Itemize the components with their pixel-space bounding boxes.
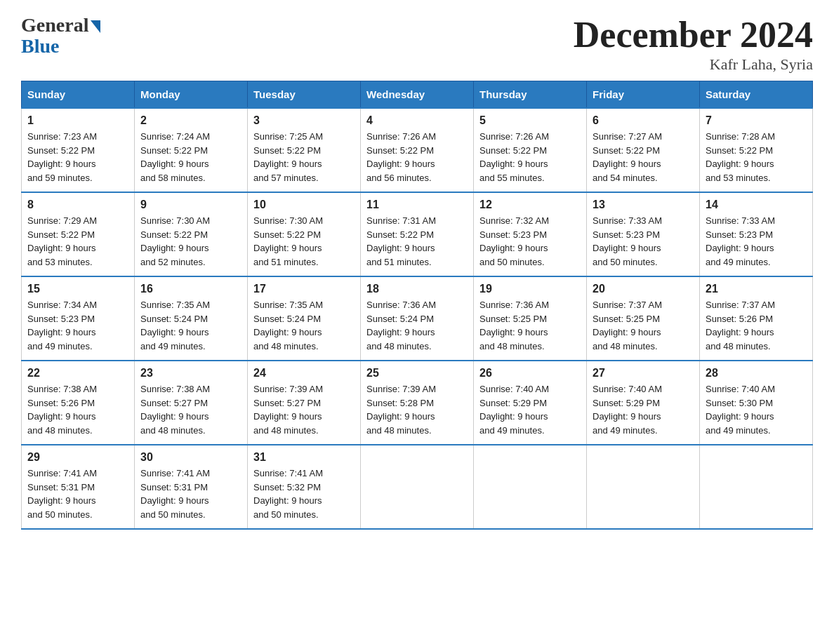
day-number: 30 xyxy=(140,451,241,464)
day-info: Sunrise: 7:41 AMSunset: 5:31 PMDaylight:… xyxy=(27,468,97,520)
day-info: Sunrise: 7:37 AMSunset: 5:26 PMDaylight:… xyxy=(706,300,775,351)
day-of-week-header: Sunday xyxy=(22,81,135,109)
day-info: Sunrise: 7:36 AMSunset: 5:25 PMDaylight:… xyxy=(479,300,549,351)
calendar-day-cell: 16Sunrise: 7:35 AMSunset: 5:24 PMDayligh… xyxy=(135,276,248,361)
day-info: Sunrise: 7:32 AMSunset: 5:23 PMDaylight:… xyxy=(479,215,549,267)
calendar-day-cell: 12Sunrise: 7:32 AMSunset: 5:23 PMDayligh… xyxy=(474,192,587,276)
calendar-day-cell: 8Sunrise: 7:29 AMSunset: 5:22 PMDaylight… xyxy=(22,192,135,276)
calendar-day-cell xyxy=(587,445,700,529)
day-number: 4 xyxy=(366,114,468,127)
day-info: Sunrise: 7:35 AMSunset: 5:24 PMDaylight:… xyxy=(253,300,323,351)
calendar-day-cell: 1Sunrise: 7:23 AMSunset: 5:22 PMDaylight… xyxy=(22,108,135,192)
month-title: December 2024 xyxy=(574,14,813,55)
day-info: Sunrise: 7:30 AMSunset: 5:22 PMDaylight:… xyxy=(140,215,210,267)
calendar-week-row: 15Sunrise: 7:34 AMSunset: 5:23 PMDayligh… xyxy=(22,276,813,361)
calendar-day-cell: 18Sunrise: 7:36 AMSunset: 5:24 PMDayligh… xyxy=(361,276,474,361)
calendar-day-cell: 24Sunrise: 7:39 AMSunset: 5:27 PMDayligh… xyxy=(248,361,361,445)
day-number: 3 xyxy=(253,114,355,127)
day-info: Sunrise: 7:38 AMSunset: 5:27 PMDaylight:… xyxy=(140,384,210,436)
calendar-day-cell: 27Sunrise: 7:40 AMSunset: 5:29 PMDayligh… xyxy=(587,361,700,445)
calendar-day-cell: 22Sunrise: 7:38 AMSunset: 5:26 PMDayligh… xyxy=(22,361,135,445)
day-info: Sunrise: 7:33 AMSunset: 5:23 PMDaylight:… xyxy=(706,215,775,267)
day-number: 13 xyxy=(593,199,694,211)
calendar-week-row: 22Sunrise: 7:38 AMSunset: 5:26 PMDayligh… xyxy=(22,361,813,445)
day-number: 2 xyxy=(140,114,241,127)
day-info: Sunrise: 7:34 AMSunset: 5:23 PMDaylight:… xyxy=(27,300,97,351)
day-number: 31 xyxy=(253,451,355,464)
calendar-day-cell: 9Sunrise: 7:30 AMSunset: 5:22 PMDaylight… xyxy=(135,192,248,276)
calendar-day-cell: 19Sunrise: 7:36 AMSunset: 5:25 PMDayligh… xyxy=(474,276,587,361)
calendar-header-row: SundayMondayTuesdayWednesdayThursdayFrid… xyxy=(22,81,813,109)
day-number: 17 xyxy=(253,283,355,295)
calendar-day-cell: 17Sunrise: 7:35 AMSunset: 5:24 PMDayligh… xyxy=(248,276,361,361)
day-number: 19 xyxy=(479,283,581,295)
day-number: 22 xyxy=(27,367,128,380)
page-header: General Blue December 2024 Kafr Laha, Sy… xyxy=(21,14,813,74)
day-info: Sunrise: 7:27 AMSunset: 5:22 PMDaylight:… xyxy=(593,131,662,183)
day-number: 12 xyxy=(479,199,581,211)
calendar-day-cell: 30Sunrise: 7:41 AMSunset: 5:31 PMDayligh… xyxy=(135,445,248,529)
calendar-day-cell xyxy=(700,445,813,529)
day-number: 29 xyxy=(27,451,128,464)
calendar-day-cell: 11Sunrise: 7:31 AMSunset: 5:22 PMDayligh… xyxy=(361,192,474,276)
title-area: December 2024 Kafr Laha, Syria xyxy=(574,14,813,74)
day-number: 1 xyxy=(27,114,128,127)
calendar-table: SundayMondayTuesdayWednesdayThursdayFrid… xyxy=(21,81,813,530)
day-number: 11 xyxy=(366,199,468,211)
day-info: Sunrise: 7:41 AMSunset: 5:31 PMDaylight:… xyxy=(140,468,210,520)
day-number: 23 xyxy=(140,367,241,380)
calendar-week-row: 1Sunrise: 7:23 AMSunset: 5:22 PMDaylight… xyxy=(22,108,813,192)
day-of-week-header: Friday xyxy=(587,81,700,109)
day-number: 7 xyxy=(706,114,807,127)
calendar-day-cell: 21Sunrise: 7:37 AMSunset: 5:26 PMDayligh… xyxy=(700,276,813,361)
day-number: 8 xyxy=(27,199,128,211)
day-number: 28 xyxy=(706,367,807,380)
calendar-day-cell: 5Sunrise: 7:26 AMSunset: 5:22 PMDaylight… xyxy=(474,108,587,192)
day-of-week-header: Wednesday xyxy=(361,81,474,109)
day-info: Sunrise: 7:40 AMSunset: 5:29 PMDaylight:… xyxy=(479,384,549,436)
calendar-week-row: 8Sunrise: 7:29 AMSunset: 5:22 PMDaylight… xyxy=(22,192,813,276)
day-info: Sunrise: 7:23 AMSunset: 5:22 PMDaylight:… xyxy=(27,131,97,183)
calendar-day-cell: 26Sunrise: 7:40 AMSunset: 5:29 PMDayligh… xyxy=(474,361,587,445)
logo-general-text: General xyxy=(21,14,88,36)
logo: General Blue xyxy=(21,14,100,58)
logo-blue-text: Blue xyxy=(21,35,59,58)
day-number: 10 xyxy=(253,199,355,211)
calendar-day-cell: 25Sunrise: 7:39 AMSunset: 5:28 PMDayligh… xyxy=(361,361,474,445)
day-info: Sunrise: 7:40 AMSunset: 5:30 PMDaylight:… xyxy=(706,384,775,436)
day-info: Sunrise: 7:26 AMSunset: 5:22 PMDaylight:… xyxy=(366,131,436,183)
day-info: Sunrise: 7:26 AMSunset: 5:22 PMDaylight:… xyxy=(479,131,549,183)
calendar-day-cell: 15Sunrise: 7:34 AMSunset: 5:23 PMDayligh… xyxy=(22,276,135,361)
location-title: Kafr Laha, Syria xyxy=(574,55,813,74)
day-info: Sunrise: 7:33 AMSunset: 5:23 PMDaylight:… xyxy=(593,215,662,267)
calendar-day-cell: 7Sunrise: 7:28 AMSunset: 5:22 PMDaylight… xyxy=(700,108,813,192)
day-number: 26 xyxy=(479,367,581,380)
day-number: 9 xyxy=(140,199,241,211)
calendar-day-cell: 29Sunrise: 7:41 AMSunset: 5:31 PMDayligh… xyxy=(22,445,135,529)
day-number: 14 xyxy=(706,199,807,211)
calendar-day-cell: 20Sunrise: 7:37 AMSunset: 5:25 PMDayligh… xyxy=(587,276,700,361)
day-number: 21 xyxy=(706,283,807,295)
day-number: 20 xyxy=(593,283,694,295)
day-info: Sunrise: 7:24 AMSunset: 5:22 PMDaylight:… xyxy=(140,131,210,183)
day-number: 27 xyxy=(593,367,694,380)
day-info: Sunrise: 7:37 AMSunset: 5:25 PMDaylight:… xyxy=(593,300,662,351)
logo-arrow-icon xyxy=(91,20,100,33)
day-of-week-header: Tuesday xyxy=(248,81,361,109)
day-info: Sunrise: 7:28 AMSunset: 5:22 PMDaylight:… xyxy=(706,131,775,183)
day-info: Sunrise: 7:35 AMSunset: 5:24 PMDaylight:… xyxy=(140,300,210,351)
day-of-week-header: Monday xyxy=(135,81,248,109)
calendar-day-cell: 2Sunrise: 7:24 AMSunset: 5:22 PMDaylight… xyxy=(135,108,248,192)
day-number: 18 xyxy=(366,283,468,295)
day-number: 16 xyxy=(140,283,241,295)
calendar-day-cell: 31Sunrise: 7:41 AMSunset: 5:32 PMDayligh… xyxy=(248,445,361,529)
calendar-day-cell: 13Sunrise: 7:33 AMSunset: 5:23 PMDayligh… xyxy=(587,192,700,276)
calendar-day-cell: 4Sunrise: 7:26 AMSunset: 5:22 PMDaylight… xyxy=(361,108,474,192)
calendar-day-cell: 10Sunrise: 7:30 AMSunset: 5:22 PMDayligh… xyxy=(248,192,361,276)
calendar-day-cell: 14Sunrise: 7:33 AMSunset: 5:23 PMDayligh… xyxy=(700,192,813,276)
day-number: 5 xyxy=(479,114,581,127)
day-of-week-header: Saturday xyxy=(700,81,813,109)
day-info: Sunrise: 7:25 AMSunset: 5:22 PMDaylight:… xyxy=(253,131,323,183)
calendar-day-cell: 3Sunrise: 7:25 AMSunset: 5:22 PMDaylight… xyxy=(248,108,361,192)
day-of-week-header: Thursday xyxy=(474,81,587,109)
